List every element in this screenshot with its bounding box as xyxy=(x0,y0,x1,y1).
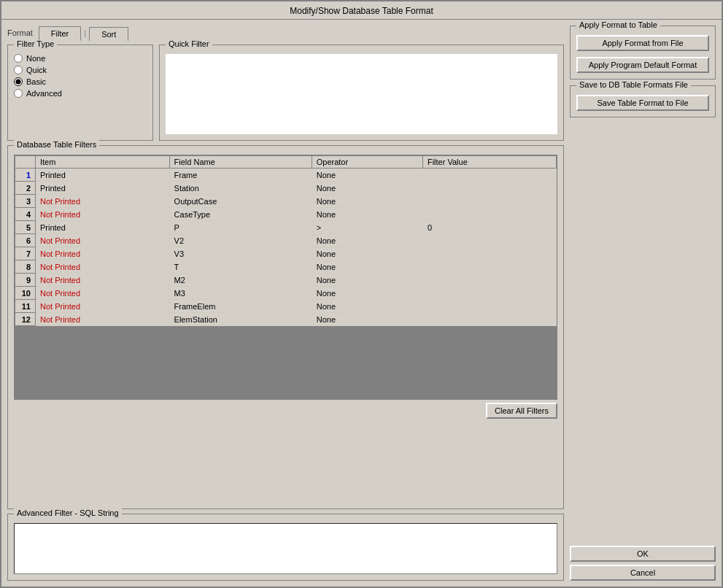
format-label: Format xyxy=(7,28,33,40)
db-table-filters-group: Database Table Filters Item Field Name O… xyxy=(7,145,564,509)
cell-fieldname: CaseType xyxy=(169,208,312,221)
cell-fieldname: Station xyxy=(169,182,312,195)
cell-filtervalue xyxy=(422,274,556,287)
cell-fieldname: Frame xyxy=(169,169,312,182)
tab-filter[interactable]: Filter xyxy=(39,26,81,41)
left-panel: Format Filter | Sort Filter Type None xyxy=(7,26,564,581)
table-row[interactable]: 5PrintedP>0 xyxy=(15,221,557,234)
cell-fieldname: V3 xyxy=(169,247,312,260)
cell-filtervalue xyxy=(422,234,556,247)
cell-rownum: 11 xyxy=(15,300,36,313)
cell-operator: > xyxy=(312,221,422,234)
cell-filtervalue xyxy=(422,313,556,326)
quick-filter-group: Quick Filter xyxy=(159,45,564,141)
cell-rownum: 4 xyxy=(15,208,36,221)
radio-basic-label: Basic xyxy=(26,77,46,86)
cell-rownum: 8 xyxy=(15,260,36,274)
table-row[interactable]: 2PrintedStationNone xyxy=(15,182,557,195)
cell-operator: None xyxy=(312,182,422,195)
save-format-title: Save to DB Table Formats File xyxy=(576,80,691,89)
cell-filtervalue xyxy=(422,287,556,300)
cell-operator: None xyxy=(312,300,422,313)
clear-btn-row: Clear All Filters xyxy=(14,403,557,419)
cell-operator: None xyxy=(312,195,422,208)
cell-operator: None xyxy=(312,260,422,274)
apply-format-group: Apply Format to Table Apply Format from … xyxy=(570,26,716,80)
cell-rownum: 9 xyxy=(15,274,36,287)
radio-none-row: None xyxy=(14,54,147,63)
radio-quick[interactable] xyxy=(14,66,23,74)
cell-rownum: 3 xyxy=(15,195,36,208)
table-row[interactable]: 7Not PrintedV3None xyxy=(15,247,557,260)
advanced-filter-content[interactable] xyxy=(14,523,557,574)
cell-filtervalue xyxy=(422,169,556,182)
table-row[interactable]: 9Not PrintedM2None xyxy=(15,274,557,287)
window-title: Modify/Show Database Table Format xyxy=(290,6,433,16)
radio-basic[interactable] xyxy=(14,77,23,86)
cell-item: Not Printed xyxy=(36,287,170,300)
cell-item: Not Printed xyxy=(36,313,170,326)
save-table-format-button[interactable]: Save Table Format to File xyxy=(576,95,709,111)
cell-filtervalue: 0 xyxy=(422,221,556,234)
main-window: Modify/Show Database Table Format Format… xyxy=(0,0,723,588)
table-row[interactable]: 3Not PrintedOutputCaseNone xyxy=(15,195,557,208)
cell-filtervalue xyxy=(422,195,556,208)
filter-table-container: Item Field Name Operator Filter Value 1P… xyxy=(14,155,557,400)
title-bar: Modify/Show Database Table Format xyxy=(1,1,722,20)
cell-item: Printed xyxy=(36,169,170,182)
right-buttons: Apply Format to Table Apply Format from … xyxy=(570,26,716,581)
cell-rownum: 2 xyxy=(15,182,36,195)
cell-item: Not Printed xyxy=(36,234,170,247)
tab-sort[interactable]: Sort xyxy=(89,27,128,41)
cell-fieldname: ElemStation xyxy=(169,313,312,326)
apply-format-title: Apply Format to Table xyxy=(576,20,660,29)
quick-filter-content xyxy=(166,54,557,134)
cell-item: Not Printed xyxy=(36,195,170,208)
cell-filtervalue xyxy=(422,247,556,260)
cell-filtervalue xyxy=(422,260,556,274)
cell-item: Printed xyxy=(36,221,170,234)
cell-fieldname: FrameElem xyxy=(169,300,312,313)
ok-cancel-group: OK Cancel xyxy=(570,546,716,581)
col-fieldname: Field Name xyxy=(169,156,312,169)
apply-format-from-file-button[interactable]: Apply Format from File xyxy=(576,35,709,51)
cell-operator: None xyxy=(312,287,422,300)
filter-table: Item Field Name Operator Filter Value 1P… xyxy=(15,155,557,326)
cell-operator: None xyxy=(312,274,422,287)
radio-none[interactable] xyxy=(14,54,23,63)
cell-rownum: 6 xyxy=(15,234,36,247)
table-empty-area xyxy=(15,326,557,399)
cell-rownum: 10 xyxy=(15,287,36,300)
table-row[interactable]: 12Not PrintedElemStationNone xyxy=(15,313,557,326)
clear-all-filters-button[interactable]: Clear All Filters xyxy=(486,403,557,419)
radio-advanced[interactable] xyxy=(14,89,23,98)
cell-fieldname: M2 xyxy=(169,274,312,287)
table-row[interactable]: 4Not PrintedCaseTypeNone xyxy=(15,208,557,221)
cell-rownum: 5 xyxy=(15,221,36,234)
save-format-group: Save to DB Table Formats File Save Table… xyxy=(570,85,716,117)
cell-item: Not Printed xyxy=(36,208,170,221)
col-num xyxy=(15,156,36,169)
cell-operator: None xyxy=(312,313,422,326)
table-row[interactable]: 6Not PrintedV2None xyxy=(15,234,557,247)
cell-item: Printed xyxy=(36,182,170,195)
advanced-filter-title: Advanced Filter - SQL String xyxy=(14,508,122,517)
table-row[interactable]: 10Not PrintedM3None xyxy=(15,287,557,300)
table-row[interactable]: 1PrintedFrameNone xyxy=(15,169,557,182)
apply-program-default-button[interactable]: Apply Program Default Format xyxy=(576,57,709,73)
cell-filtervalue xyxy=(422,300,556,313)
cancel-button[interactable]: Cancel xyxy=(570,565,716,581)
cell-fieldname: M3 xyxy=(169,287,312,300)
radio-quick-label: Quick xyxy=(26,66,47,74)
cell-rownum: 12 xyxy=(15,313,36,326)
cell-item: Not Printed xyxy=(36,300,170,313)
cell-item: Not Printed xyxy=(36,274,170,287)
radio-quick-row: Quick xyxy=(14,66,147,74)
table-row[interactable]: 11Not PrintedFrameElemNone xyxy=(15,300,557,313)
cell-operator: None xyxy=(312,208,422,221)
ok-button[interactable]: OK xyxy=(570,546,716,562)
cell-filtervalue xyxy=(422,182,556,195)
cell-fieldname: T xyxy=(169,260,312,274)
table-row[interactable]: 8Not PrintedTNone xyxy=(15,260,557,274)
radio-advanced-row: Advanced xyxy=(14,89,147,98)
